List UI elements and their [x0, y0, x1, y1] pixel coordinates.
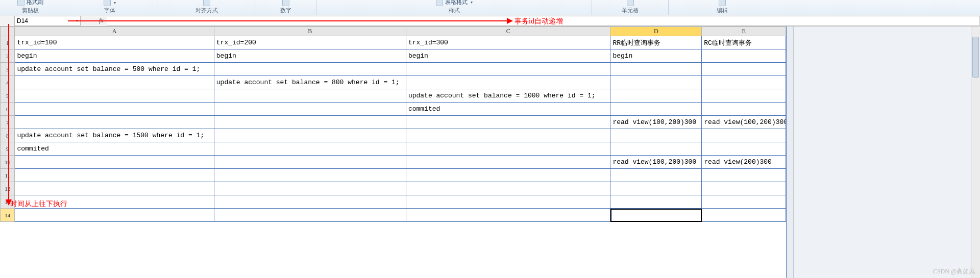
cell-E3[interactable] — [702, 63, 786, 76]
row-header[interactable]: 5 — [1, 89, 15, 103]
col-header-E[interactable]: E — [702, 27, 786, 36]
format-painter-label[interactable]: 格式刷 — [27, 0, 43, 6]
cell-C14[interactable] — [406, 209, 610, 222]
col-header-B[interactable]: B — [214, 27, 406, 36]
cell-D2[interactable]: begin — [610, 49, 702, 63]
sheet-table[interactable]: A B C D E 1trx_id=100trx_id=200trx_id=30… — [0, 27, 786, 222]
cell-C9[interactable] — [406, 142, 610, 156]
cell-C5[interactable]: update account set balance = 1000 where … — [406, 89, 610, 103]
cell-A8[interactable]: update account set balance = 1500 where … — [15, 129, 214, 142]
cell-E5[interactable] — [702, 89, 786, 103]
cell-E1[interactable]: RC临时查询事务 — [702, 36, 786, 49]
chevron-down-icon[interactable]: ▾ — [471, 0, 473, 5]
cell-D10[interactable]: read view(100,200)300 — [610, 156, 702, 169]
cell-B4[interactable]: update account set balance = 800 where i… — [214, 76, 406, 89]
cell-D14[interactable] — [610, 209, 702, 222]
row-header[interactable]: 1 — [1, 36, 15, 49]
cell-E4[interactable] — [702, 76, 786, 89]
cell-B3[interactable] — [214, 63, 406, 76]
table-style-label[interactable]: 表格格式 — [445, 0, 468, 6]
col-header-A[interactable]: A — [15, 27, 214, 36]
cell-A14[interactable] — [15, 209, 214, 222]
cell-B8[interactable] — [214, 129, 406, 142]
cell-E8[interactable] — [702, 129, 786, 142]
cell-D9[interactable] — [610, 142, 702, 156]
row-header[interactable]: 14 — [1, 209, 15, 222]
cell-B1[interactable]: trx_id=200 — [214, 36, 406, 49]
cell-C1[interactable]: trx_id=300 — [406, 36, 610, 49]
row-header[interactable]: 4 — [1, 76, 15, 89]
cell-D13[interactable] — [610, 195, 702, 209]
row-header[interactable]: 11 — [1, 169, 15, 182]
table-style-icon[interactable] — [436, 0, 443, 6]
editing-icon[interactable] — [719, 0, 726, 6]
cell-B10[interactable] — [214, 156, 406, 169]
cell-E14[interactable] — [702, 209, 786, 222]
row-header[interactable]: 2 — [1, 49, 15, 63]
row-header[interactable]: 7 — [1, 116, 15, 129]
number-icon[interactable] — [282, 0, 289, 6]
cell-E12[interactable] — [702, 182, 786, 195]
scrollbar-thumb[interactable] — [972, 37, 979, 78]
cell-B6[interactable] — [214, 103, 406, 116]
row-header[interactable]: 3 — [1, 63, 15, 76]
cell-C8[interactable] — [406, 129, 610, 142]
row-header[interactable]: 12 — [1, 182, 15, 195]
cell-C6[interactable]: commited — [406, 103, 610, 116]
cell-D3[interactable] — [610, 63, 702, 76]
cell-C10[interactable] — [406, 156, 610, 169]
cell-D4[interactable] — [610, 76, 702, 89]
cell-C7[interactable] — [406, 116, 610, 129]
cell-E11[interactable] — [702, 169, 786, 182]
cell-C2[interactable]: begin — [406, 49, 610, 63]
cell-D1[interactable]: RR临时查询事务 — [610, 36, 702, 49]
cell-A5[interactable] — [15, 89, 214, 103]
cell-C4[interactable] — [406, 76, 610, 89]
cell-B14[interactable] — [214, 209, 406, 222]
row-header[interactable]: 8 — [1, 129, 15, 142]
cell-A7[interactable] — [15, 116, 214, 129]
row-header[interactable]: 10 — [1, 156, 15, 169]
cell-A11[interactable] — [15, 169, 214, 182]
cell-C3[interactable] — [406, 63, 610, 76]
cells-icon[interactable] — [627, 0, 634, 6]
cell-C13[interactable] — [406, 195, 610, 209]
cell-E13[interactable] — [702, 195, 786, 209]
select-all-corner[interactable] — [1, 27, 15, 36]
cell-E2[interactable] — [702, 49, 786, 63]
cell-D7[interactable]: read view(100,200)300 — [610, 116, 702, 129]
font-icon[interactable] — [104, 0, 111, 6]
col-header-D[interactable]: D — [610, 27, 702, 36]
row-header[interactable]: 9 — [1, 142, 15, 156]
cell-C11[interactable] — [406, 169, 610, 182]
cell-A10[interactable] — [15, 156, 214, 169]
cell-B9[interactable] — [214, 142, 406, 156]
cell-D5[interactable] — [610, 89, 702, 103]
cell-E6[interactable] — [702, 103, 786, 116]
cell-B2[interactable]: begin — [214, 49, 406, 63]
cell-D8[interactable] — [610, 129, 702, 142]
cell-E9[interactable] — [702, 142, 786, 156]
cell-A12[interactable] — [15, 182, 214, 195]
cell-A3[interactable]: update account set balance = 500 where i… — [15, 63, 214, 76]
chevron-down-icon[interactable]: ▾ — [114, 1, 116, 5]
cell-B11[interactable] — [214, 169, 406, 182]
cell-E10[interactable]: read view(200)300 — [702, 156, 786, 169]
cell-B7[interactable] — [214, 116, 406, 129]
row-header[interactable]: 6 — [1, 103, 15, 116]
cell-D12[interactable] — [610, 182, 702, 195]
align-icon[interactable] — [203, 0, 210, 6]
col-header-C[interactable]: C — [406, 27, 610, 36]
cell-D11[interactable] — [610, 169, 702, 182]
vertical-scrollbar[interactable] — [971, 27, 980, 278]
cell-A6[interactable] — [15, 103, 214, 116]
cell-A9[interactable]: commited — [15, 142, 214, 156]
cell-B5[interactable] — [214, 89, 406, 103]
cell-B13[interactable] — [214, 195, 406, 209]
cell-A2[interactable]: begin — [15, 49, 214, 63]
cell-D6[interactable] — [610, 103, 702, 116]
cell-A1[interactable]: trx_id=100 — [15, 36, 214, 49]
cell-E7[interactable]: read view(100,200)300 — [702, 116, 786, 129]
cell-A4[interactable] — [15, 76, 214, 89]
format-painter-icon[interactable] — [17, 0, 24, 6]
